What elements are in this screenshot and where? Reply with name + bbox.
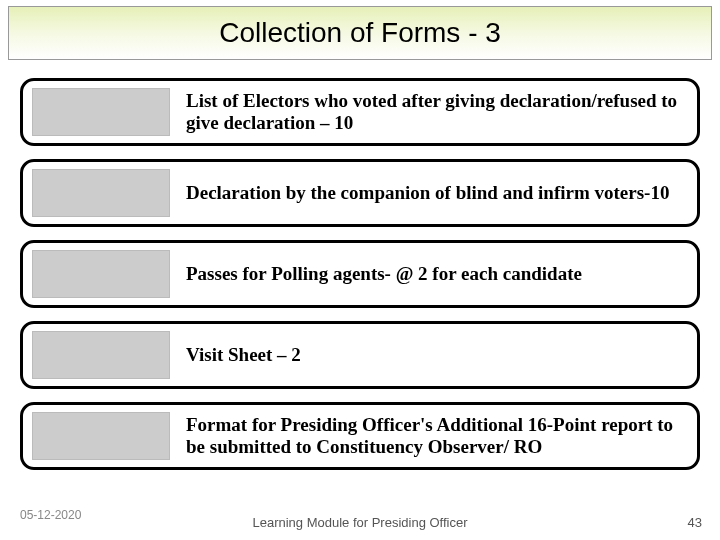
title-bar: Collection of Forms - 3 xyxy=(8,6,712,60)
list-item: Format for Presiding Officer's Additiona… xyxy=(20,402,700,470)
item-text: Passes for Polling agents- @ 2 for each … xyxy=(170,263,594,285)
item-text: List of Electors who voted after giving … xyxy=(170,90,697,134)
item-stub xyxy=(32,250,170,298)
item-stub xyxy=(32,331,170,379)
page-title: Collection of Forms - 3 xyxy=(219,17,501,49)
list-item: Visit Sheet – 2 xyxy=(20,321,700,389)
item-text: Declaration by the companion of blind an… xyxy=(170,182,681,204)
footer-page-number: 43 xyxy=(688,515,702,530)
item-stub xyxy=(32,88,170,136)
footer-module: Learning Module for Presiding Officer xyxy=(0,515,720,530)
item-text: Visit Sheet – 2 xyxy=(170,344,313,366)
list-item: List of Electors who voted after giving … xyxy=(20,78,700,146)
item-stub xyxy=(32,169,170,217)
item-text: Format for Presiding Officer's Additiona… xyxy=(170,414,697,458)
items-list: List of Electors who voted after giving … xyxy=(20,78,700,483)
list-item: Declaration by the companion of blind an… xyxy=(20,159,700,227)
list-item: Passes for Polling agents- @ 2 for each … xyxy=(20,240,700,308)
item-stub xyxy=(32,412,170,460)
